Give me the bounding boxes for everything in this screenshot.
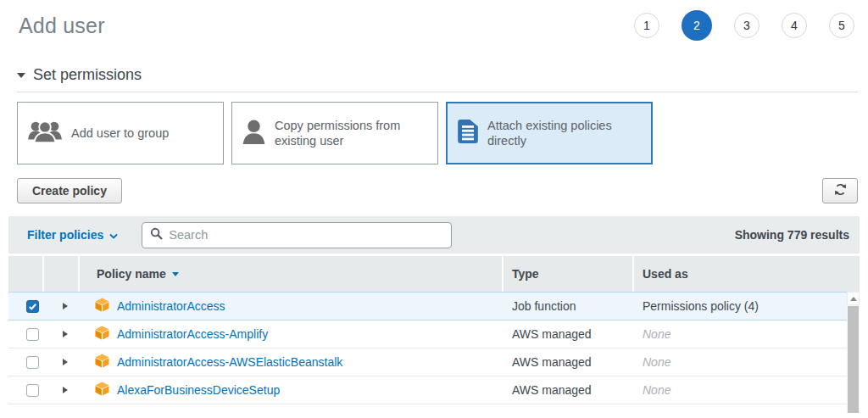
header-expand-cell <box>44 256 80 292</box>
wizard-steps: 1 2 3 4 5 <box>634 10 854 41</box>
page-title: Add user <box>19 14 105 38</box>
wizard-step-5[interactable]: 5 <box>829 13 854 38</box>
table-body: AdministratorAccess Job function Permiss… <box>8 292 860 404</box>
user-icon <box>242 120 265 148</box>
results-count: Showing 779 results <box>735 228 849 242</box>
row-checkbox[interactable] <box>26 384 39 397</box>
policy-used-as: None <box>634 355 860 369</box>
table-header-row: Policy name Type Used as <box>8 256 860 292</box>
table-row-administratoraccess-awselasticbeanstalk[interactable]: AdministratorAccess-AWSElasticBeanstalk … <box>8 348 860 376</box>
chevron-down-icon <box>109 228 118 242</box>
expand-row-icon[interactable] <box>63 331 68 337</box>
policy-name-link[interactable]: AdministratorAccess-Amplify <box>117 327 268 341</box>
up-triangle-icon <box>850 297 857 301</box>
filter-bar: Filter policies Showing 779 results <box>8 216 860 254</box>
policy-name-link[interactable]: AdministratorAccess <box>117 299 225 313</box>
policy-type: Job function <box>504 299 634 313</box>
group-icon <box>28 120 62 148</box>
row-checkbox[interactable] <box>26 356 39 369</box>
policies-toolbar: Create policy <box>17 178 858 203</box>
policy-cube-icon <box>95 298 109 315</box>
page-header: Add user 1 2 3 4 5 <box>0 0 868 41</box>
table-scrollbar[interactable] <box>847 292 860 413</box>
refresh-icon <box>834 183 847 198</box>
column-header-type[interactable]: Type <box>504 256 634 292</box>
policy-type: AWS managed <box>504 327 634 341</box>
card-copy-permissions[interactable]: Copy permissions from existing user <box>231 102 438 164</box>
row-checkbox[interactable] <box>26 328 39 341</box>
column-header-used-as[interactable]: Used as <box>634 256 860 292</box>
permission-option-cards: Add user to group Copy permissions from … <box>17 102 858 164</box>
collapse-triangle-icon <box>17 73 25 78</box>
policy-used-as: Permissions policy (4) <box>634 299 860 313</box>
card-label: Copy permissions from existing user <box>275 118 409 148</box>
policy-cube-icon <box>95 354 109 371</box>
header-checkbox-cell <box>8 256 44 292</box>
card-attach-existing-policies[interactable]: Attach existing policies directly <box>446 102 653 164</box>
search-input[interactable] <box>169 228 443 242</box>
policy-type: AWS managed <box>504 355 634 369</box>
wizard-step-1[interactable]: 1 <box>634 13 659 38</box>
filter-policies-dropdown[interactable]: Filter policies <box>27 228 118 242</box>
wizard-step-4[interactable]: 4 <box>782 13 807 38</box>
expand-row-icon[interactable] <box>63 387 68 393</box>
card-label: Add user to group <box>71 125 169 141</box>
create-policy-button[interactable]: Create policy <box>17 178 122 203</box>
wizard-step-2-active[interactable]: 2 <box>682 10 712 41</box>
section-title: Set permissions <box>33 66 142 84</box>
search-box[interactable] <box>142 222 452 248</box>
policies-table: Filter policies Showing 779 results Poli… <box>8 216 860 404</box>
policy-name-header-label: Policy name <box>97 267 166 281</box>
row-checkbox-checked[interactable] <box>26 300 39 313</box>
card-add-user-to-group[interactable]: Add user to group <box>17 102 224 164</box>
policy-cube-icon <box>95 382 109 399</box>
document-icon <box>458 120 478 147</box>
policy-used-as: None <box>634 327 860 341</box>
expand-row-icon[interactable] <box>63 303 68 309</box>
policy-name-link[interactable]: AdministratorAccess-AWSElasticBeanstalk <box>117 355 342 369</box>
column-header-policy-name[interactable]: Policy name <box>80 256 504 292</box>
table-row-administratoraccess-amplify[interactable]: AdministratorAccess-Amplify AWS managed … <box>8 320 860 348</box>
expand-row-icon[interactable] <box>63 359 68 365</box>
table-row-alexaforbusinessdevicesetup[interactable]: AlexaForBusinessDeviceSetup AWS managed … <box>8 376 860 404</box>
table-row-administratoraccess[interactable]: AdministratorAccess Job function Permiss… <box>8 292 860 320</box>
policy-type: AWS managed <box>504 383 634 397</box>
refresh-button[interactable] <box>822 178 858 203</box>
policy-cube-icon <box>95 326 109 343</box>
scrollbar-thumb[interactable] <box>848 306 859 413</box>
filter-policies-label: Filter policies <box>27 228 103 242</box>
scrollbar-up-arrow[interactable] <box>847 292 860 305</box>
wizard-step-3[interactable]: 3 <box>734 13 760 38</box>
set-permissions-section-toggle[interactable]: Set permissions <box>17 66 858 92</box>
policy-name-link[interactable]: AlexaForBusinessDeviceSetup <box>117 383 280 397</box>
sort-desc-icon <box>172 272 179 276</box>
policy-used-as: None <box>634 383 860 397</box>
search-icon <box>150 227 163 243</box>
card-label: Attach existing policies directly <box>487 118 621 148</box>
